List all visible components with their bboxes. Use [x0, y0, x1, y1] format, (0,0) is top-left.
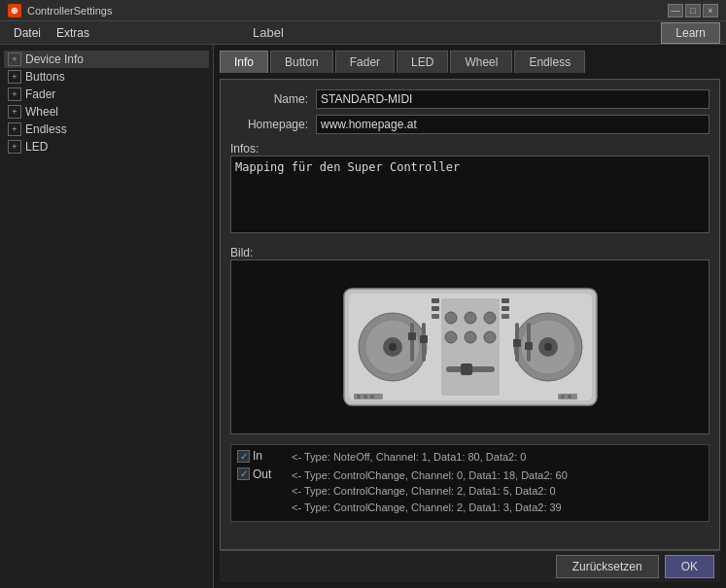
sidebar-label-wheel: Wheel [25, 105, 58, 119]
svg-point-11 [445, 312, 457, 324]
learn-button[interactable]: Learn [661, 22, 720, 44]
expander-fader[interactable]: + [8, 87, 21, 101]
midi-in-message-0: <- Type: NoteOff, Channel: 1, Data1: 80,… [292, 449, 703, 466]
name-label: Name: [230, 92, 308, 106]
svg-rect-32 [525, 342, 533, 350]
midi-out-checkbox[interactable]: ✓ [237, 467, 250, 480]
label-area: Label [97, 25, 661, 40]
expander-endless[interactable]: + [8, 122, 21, 136]
svg-point-12 [465, 312, 476, 324]
menu-extras[interactable]: Extras [49, 24, 97, 42]
sidebar-label-fader: Fader [25, 87, 55, 101]
ok-button[interactable]: OK [665, 555, 714, 578]
app-icon: ⊕ [8, 4, 21, 17]
tab-button[interactable]: Button [270, 51, 333, 73]
sidebar: + Device Info + Buttons + Fader + Wheel … [0, 45, 214, 588]
main-layout: + Device Info + Buttons + Fader + Wheel … [0, 45, 726, 588]
midi-in-row: ✓ In <- Type: NoteOff, Channel: 1, Data1… [237, 449, 703, 466]
infos-textarea[interactable]: Mapping für den Super Controller [230, 156, 709, 233]
midi-out-message-0: <- Type: ControlChange, Channel: 0, Data… [292, 467, 703, 484]
homepage-input[interactable] [316, 115, 709, 134]
sidebar-item-wheel[interactable]: + Wheel [4, 103, 209, 121]
sidebar-label-led: LED [25, 140, 48, 154]
svg-point-34 [357, 395, 361, 398]
controller-image [334, 269, 606, 425]
minimize-button[interactable]: — [668, 4, 683, 17]
infos-section: Infos: Mapping für den Super Controller [230, 140, 709, 236]
homepage-row: Homepage: [230, 115, 709, 134]
name-input[interactable] [316, 89, 709, 109]
sidebar-item-fader[interactable]: + Fader [4, 86, 209, 103]
midi-in-checkbox-area: ✓ In [237, 449, 286, 463]
svg-rect-28 [513, 339, 521, 347]
expander-wheel[interactable]: + [8, 105, 21, 119]
tab-bar: Info Button Fader LED Wheel Endless [220, 51, 720, 73]
midi-out-messages: <- Type: ControlChange, Channel: 0, Data… [292, 467, 703, 516]
expander-device-info[interactable]: + [8, 52, 21, 66]
svg-rect-20 [432, 306, 439, 311]
sidebar-item-led[interactable]: + LED [4, 138, 209, 156]
svg-point-9 [544, 343, 552, 351]
midi-in-messages: <- Type: NoteOff, Channel: 1, Data1: 80,… [292, 449, 703, 466]
bottom-bar: Zurücksetzen OK [220, 550, 720, 582]
tab-endless[interactable]: Endless [514, 51, 585, 73]
menu-bar: Datei Extras Label Learn [0, 21, 726, 45]
svg-point-5 [389, 343, 397, 351]
midi-out-row: ✓ Out <- Type: ControlChange, Channel: 0… [237, 467, 703, 516]
bild-area [230, 259, 709, 434]
tab-info[interactable]: Info [220, 51, 268, 73]
midi-log: ✓ In <- Type: NoteOff, Channel: 1, Data1… [230, 444, 709, 522]
midi-out-message-2: <- Type: ControlChange, Channel: 2, Data… [292, 500, 703, 516]
bild-label: Bild: [230, 246, 709, 259]
label-text: Label [253, 25, 284, 40]
svg-point-15 [465, 331, 476, 343]
svg-point-38 [561, 395, 565, 398]
midi-out-checkbox-area: ✓ Out [237, 467, 286, 481]
svg-point-14 [445, 331, 457, 343]
tab-wheel[interactable]: Wheel [450, 51, 512, 73]
title-bar: ⊕ ControllerSettings — □ × [0, 0, 726, 21]
content-area: Info Button Fader LED Wheel Endless Name… [214, 45, 726, 588]
svg-rect-18 [461, 363, 472, 375]
expander-buttons[interactable]: + [8, 70, 21, 84]
menu-datei[interactable]: Datei [6, 24, 49, 42]
svg-point-16 [484, 331, 496, 343]
reset-button[interactable]: Zurücksetzen [556, 555, 659, 578]
sidebar-item-buttons[interactable]: + Buttons [4, 68, 209, 86]
svg-rect-19 [432, 298, 439, 303]
close-button[interactable]: × [703, 4, 718, 17]
svg-point-39 [568, 395, 571, 398]
maximize-button[interactable]: □ [685, 4, 701, 17]
svg-rect-23 [501, 306, 509, 311]
svg-rect-29 [410, 323, 414, 362]
svg-point-35 [363, 395, 367, 398]
midi-out-label: Out [253, 467, 271, 481]
svg-rect-30 [408, 332, 416, 340]
midi-out-message-1: <- Type: ControlChange, Channel: 2, Data… [292, 483, 703, 500]
expander-led[interactable]: + [8, 140, 21, 154]
tab-fader[interactable]: Fader [335, 51, 395, 73]
sidebar-item-endless[interactable]: + Endless [4, 121, 209, 138]
app-title: ControllerSettings [27, 5, 668, 17]
svg-rect-21 [432, 314, 439, 319]
midi-in-checkbox[interactable]: ✓ [237, 450, 250, 463]
svg-point-13 [484, 312, 496, 324]
sidebar-label-device-info: Device Info [25, 52, 84, 66]
form-area: Name: Homepage: Infos: Mapping für den S… [220, 79, 720, 550]
svg-point-36 [370, 395, 374, 398]
sidebar-label-buttons: Buttons [25, 70, 65, 84]
name-row: Name: [230, 89, 709, 109]
svg-rect-22 [501, 298, 509, 303]
tab-led[interactable]: LED [397, 51, 448, 73]
midi-in-label: In [253, 449, 262, 463]
bild-section: Bild: [230, 242, 709, 434]
window-controls: — □ × [668, 4, 718, 17]
sidebar-label-endless: Endless [25, 122, 67, 136]
svg-rect-26 [420, 335, 428, 343]
homepage-label: Homepage: [230, 118, 308, 131]
sidebar-item-device-info[interactable]: + Device Info [4, 51, 209, 68]
infos-label: Infos: [230, 142, 709, 156]
svg-rect-24 [501, 314, 509, 319]
